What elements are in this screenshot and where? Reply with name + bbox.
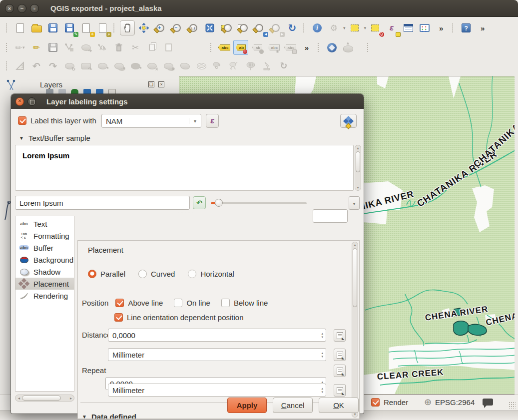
repeat-unit-data-defined-button[interactable] xyxy=(334,384,346,397)
identify-features-button[interactable]: i xyxy=(310,20,325,35)
data-defined-section-header[interactable]: ▼ Data defined xyxy=(82,413,136,419)
tab-background[interactable]: Background xyxy=(15,254,74,266)
zoom-out-button[interactable]: − xyxy=(169,20,184,35)
move-feature-button[interactable]: ➜ xyxy=(78,40,93,55)
distance-unit-combo[interactable]: Millimeter ▴▾ xyxy=(108,348,326,361)
tab-rendering[interactable]: Rendering xyxy=(15,290,74,302)
panel-float-button[interactable]: ❏ xyxy=(148,81,154,87)
tab-placement[interactable]: Placement xyxy=(15,278,74,290)
on-line-checkbox[interactable] xyxy=(174,299,182,307)
preview-scrollbar[interactable]: ▴ ▾ xyxy=(355,145,361,191)
expression-builder-button[interactable]: ε xyxy=(206,114,219,128)
sample-size-dropdown[interactable]: ▾ xyxy=(349,196,360,210)
automated-placement-settings-button[interactable] xyxy=(340,114,357,128)
resize-grip[interactable] xyxy=(509,402,516,409)
delete-ring-button[interactable]: × xyxy=(144,58,159,73)
run-feature-action-button[interactable]: ⚙ xyxy=(326,20,341,35)
distance-data-defined-button[interactable] xyxy=(334,329,346,342)
zoom-in-button[interactable]: + xyxy=(153,20,168,35)
horizontal-radio[interactable] xyxy=(188,270,196,278)
dialog-close-button[interactable] xyxy=(15,97,24,106)
splitter-handle[interactable] xyxy=(177,212,194,214)
label-field-combo[interactable]: NAM ▾ xyxy=(101,114,201,128)
refresh-edits-button[interactable]: ↻ xyxy=(276,58,291,73)
sample-section-header[interactable]: ▼ Text/Buffer sample xyxy=(19,134,90,142)
open-attribute-table-button[interactable] xyxy=(401,20,416,35)
repeat-data-defined-button[interactable] xyxy=(334,365,346,377)
offset-curve-button[interactable] xyxy=(194,58,209,73)
crs-status-icon[interactable]: ⊕ xyxy=(424,397,432,408)
toolbar-overflow-button-2[interactable]: » xyxy=(475,20,490,35)
tab-shadow[interactable]: Shadow xyxy=(15,266,74,278)
tab-text[interactable]: abc Text xyxy=(15,218,74,230)
cad-tools-button[interactable] xyxy=(12,58,27,73)
pan-to-selection-button[interactable] xyxy=(136,20,151,35)
line-orientation-checkbox[interactable] xyxy=(114,313,123,322)
below-line-checkbox[interactable] xyxy=(221,299,230,307)
distance-spinbox[interactable]: 0,0000 ▴▾ xyxy=(108,329,326,342)
delete-part-button[interactable]: × xyxy=(161,58,176,73)
panel-close-button[interactable]: × xyxy=(158,81,164,87)
slider-track[interactable] xyxy=(211,202,307,204)
label-toolbar-overflow[interactable]: » xyxy=(299,40,314,55)
rotate-point-symbols-button[interactable] xyxy=(260,58,275,73)
node-tool-side-icon[interactable] xyxy=(6,79,20,93)
layer-labeling-options-button[interactable]: ab xyxy=(233,40,248,55)
add-part-button[interactable]: * xyxy=(111,58,126,73)
redo-button[interactable]: ↷ xyxy=(45,58,60,73)
zoom-next-button[interactable]: ► xyxy=(268,20,283,35)
window-close-button[interactable]: × xyxy=(5,4,14,13)
above-line-checkbox[interactable] xyxy=(115,299,124,307)
toolbar-overflow-button[interactable]: » xyxy=(434,20,449,35)
parallel-radio[interactable] xyxy=(88,270,96,278)
save-project-button[interactable] xyxy=(45,20,60,35)
zoom-full-button[interactable] xyxy=(202,20,217,35)
select-by-expression-button[interactable]: ε xyxy=(384,20,399,35)
render-checkbox[interactable] xyxy=(371,398,380,407)
distance-unit-data-defined-button[interactable] xyxy=(334,349,346,361)
simplify-feature-button[interactable]: ↷ xyxy=(78,58,93,73)
sample-size-slider[interactable] xyxy=(211,196,307,209)
window-minimize-button[interactable]: − xyxy=(17,4,26,13)
new-project-button[interactable] xyxy=(12,20,27,35)
messages-button[interactable] xyxy=(483,399,493,406)
reshape-features-button[interactable] xyxy=(177,58,192,73)
label-this-layer-checkbox[interactable] xyxy=(18,116,26,125)
repeat-unit-combo[interactable]: Millimeter ▴▾ xyxy=(108,384,326,397)
select-features-button[interactable] xyxy=(347,20,362,35)
add-ring-button[interactable]: * xyxy=(95,58,110,73)
save-layer-edits-button[interactable] xyxy=(45,40,60,55)
map-refresh-button[interactable]: ↻ xyxy=(285,20,300,35)
split-parts-button[interactable] xyxy=(227,58,242,73)
tab-buffer[interactable]: abc Buffer xyxy=(15,242,74,254)
annotation-side-icon[interactable] xyxy=(3,201,11,222)
panel-scrollbar[interactable]: ▴ ▾ xyxy=(352,242,358,418)
pin-unpin-labels-button[interactable]: ab xyxy=(250,40,265,55)
add-feature-button[interactable] xyxy=(62,40,77,55)
new-composer-button[interactable]: ✳ xyxy=(78,20,93,35)
crs-status-label[interactable]: EPSG:2964 xyxy=(435,398,475,407)
zoom-last-button[interactable]: ◄ xyxy=(252,20,267,35)
labeling-button[interactable]: abc xyxy=(217,40,232,55)
zoom-to-layer-button[interactable] xyxy=(235,20,250,35)
delete-selected-button[interactable] xyxy=(111,40,126,55)
sample-text-input[interactable] xyxy=(15,196,190,210)
paste-features-button[interactable] xyxy=(161,40,176,55)
zoom-to-selection-button[interactable] xyxy=(219,20,234,35)
composer-manager-button[interactable]: ⌕ xyxy=(95,20,110,35)
split-features-button[interactable] xyxy=(210,58,225,73)
help-button[interactable]: ? xyxy=(459,20,474,35)
sample-size-box[interactable] xyxy=(313,209,348,223)
gps-information-button[interactable] xyxy=(324,40,339,55)
tab-list-hscrollbar[interactable]: ◂ ▸ xyxy=(15,395,74,402)
reset-sample-button[interactable]: ↶ xyxy=(193,196,206,209)
field-calculator-button[interactable] xyxy=(417,20,432,35)
rotate-feature-button[interactable]: ↻ xyxy=(62,58,77,73)
show-hide-labels-button[interactable]: abc◉ xyxy=(266,40,281,55)
node-tool-button[interactable] xyxy=(95,40,110,55)
current-edits-button[interactable]: ✏▾ xyxy=(12,40,27,55)
spin-arrows-icon[interactable]: ▴▾ xyxy=(321,330,323,340)
fill-ring-button[interactable]: * xyxy=(128,58,143,73)
save-project-as-button[interactable]: ✎ xyxy=(62,20,77,35)
zoom-native-button[interactable]: 1:1 xyxy=(186,20,201,35)
